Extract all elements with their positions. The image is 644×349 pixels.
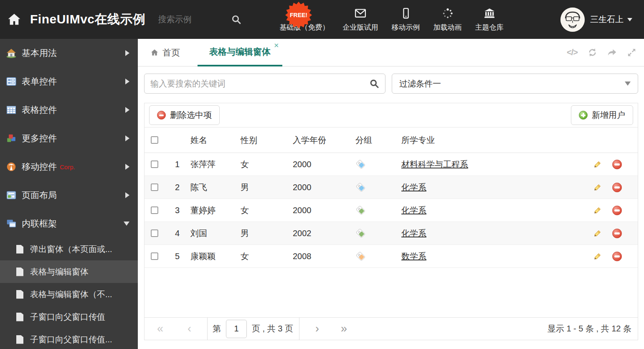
bank-icon <box>483 7 496 20</box>
cell-year: 2000 <box>289 160 351 169</box>
row-checkbox[interactable] <box>151 229 158 237</box>
table-row: 3 董婷婷 女 2000 化学系 <box>145 199 638 222</box>
filter-dropdown[interactable]: 过滤条件一 <box>392 74 638 94</box>
file-icon <box>16 290 23 299</box>
edit-icon[interactable] <box>593 206 602 215</box>
refresh-icon[interactable] <box>588 48 597 57</box>
menu-item-mobile-demo[interactable]: 移动示例 <box>392 7 420 32</box>
row-checkbox[interactable] <box>151 206 158 214</box>
delete-icon[interactable] <box>612 160 622 169</box>
delete-selected-button[interactable]: 删除选中项 <box>149 105 220 125</box>
chevron-right-icon <box>125 107 129 113</box>
search-icon[interactable] <box>369 79 379 89</box>
sidebar-item-label: 表单控件 <box>22 76 57 87</box>
cell-gender: 女 <box>236 251 289 262</box>
sidebar-subitem-label: 子窗口向父窗口传值 <box>30 311 105 323</box>
tag-icon <box>356 205 365 215</box>
edit-icon[interactable] <box>593 229 602 238</box>
edit-icon[interactable] <box>593 252 602 261</box>
row-checkbox[interactable] <box>151 160 158 168</box>
home-icon[interactable] <box>7 12 22 27</box>
avatar <box>560 8 585 32</box>
major-link[interactable]: 化学系 <box>401 229 426 238</box>
row-checkbox-cell <box>145 183 167 191</box>
delete-icon[interactable] <box>612 229 622 238</box>
search-icon[interactable] <box>231 14 241 25</box>
menu-item-label: 企业版试用 <box>343 23 378 32</box>
sidebar-item-grid-controls[interactable]: 表格控件 <box>0 96 138 124</box>
edit-icon[interactable] <box>593 160 602 169</box>
select-all-checkbox[interactable] <box>151 136 158 144</box>
source-code-icon[interactable]: </> <box>567 48 578 57</box>
layout-icon <box>6 190 17 201</box>
sidebar-item-more-controls[interactable]: 更多控件 <box>0 124 138 153</box>
expand-icon[interactable] <box>627 48 636 57</box>
major-link[interactable]: 数学系 <box>401 252 426 261</box>
row-checkbox-cell <box>145 206 167 214</box>
header-group[interactable]: 分组 <box>351 135 397 146</box>
cell-name: 康颖颖 <box>186 251 236 262</box>
menu-item-loading-animation[interactable]: 加载动画 <box>434 7 462 32</box>
major-link[interactable]: 化学系 <box>401 206 426 215</box>
major-link[interactable]: 材料科学与工程系 <box>401 160 468 169</box>
sidebar-item-page-layout[interactable]: 页面布局 <box>0 181 138 209</box>
sidebar-subitem-child-to-parent-alt[interactable]: 子窗口向父窗口传值... <box>0 328 138 349</box>
share-icon[interactable] <box>607 48 617 57</box>
tab-actions: </> <box>567 39 636 66</box>
tab-label: 表格与编辑窗体 <box>209 46 271 58</box>
tab-home[interactable]: 首页 <box>150 39 180 66</box>
first-page-button[interactable]: « <box>157 323 163 334</box>
tab-bar: 首页 表格与编辑窗体 ✕ </> <box>138 39 644 66</box>
sidebar-item-form-controls[interactable]: 表单控件 <box>0 67 138 96</box>
plus-circle-icon <box>579 111 588 120</box>
close-icon[interactable]: ✕ <box>274 42 279 49</box>
form-icon <box>6 76 17 87</box>
chevron-down-icon <box>124 222 129 226</box>
delete-icon[interactable] <box>612 206 622 215</box>
cell-group <box>351 161 397 167</box>
cell-year: 2002 <box>289 229 351 238</box>
next-page-button[interactable]: › <box>315 323 319 334</box>
grid-empty-space <box>145 268 638 317</box>
menu-item-enterprise-trial[interactable]: 企业版试用 <box>343 7 378 32</box>
top-header: FineUIMvc在线示例 FREE! 基础版（免费） 企业版试用 移动示例 加… <box>0 0 644 39</box>
row-checkbox[interactable] <box>151 183 158 191</box>
sidebar-subitem-popup-window[interactable]: 弹出窗体（本页面或... <box>0 238 138 260</box>
sidebar-item-inline-frame[interactable]: 内联框架 <box>0 209 138 238</box>
tag-icon <box>356 251 365 261</box>
delete-icon[interactable] <box>612 252 622 261</box>
last-page-button[interactable]: » <box>341 323 347 334</box>
keyword-search-input[interactable] <box>150 79 369 89</box>
delete-icon[interactable] <box>612 183 622 192</box>
header-search-input[interactable] <box>158 15 225 24</box>
cell-actions <box>583 252 638 261</box>
sidebar-item-label: 基本用法 <box>22 47 57 59</box>
major-link[interactable]: 化学系 <box>401 183 426 192</box>
sidebar: 基本用法 表单控件 表格控件 更多控件 移动控件 Corp. <box>0 39 138 349</box>
edit-icon[interactable] <box>593 183 602 192</box>
tag-icon <box>356 228 365 238</box>
sidebar-item-mobile-controls[interactable]: 移动控件 Corp. <box>0 153 138 181</box>
header-gender[interactable]: 性别 <box>236 135 289 146</box>
home-icon <box>150 48 159 57</box>
sidebar-subitem-grid-edit-window[interactable]: 表格与编辑窗体 <box>0 260 138 283</box>
page-number-input[interactable] <box>226 320 247 338</box>
prev-page-button[interactable]: ‹ <box>188 323 191 334</box>
menu-item-theme-repo[interactable]: 主题仓库 <box>475 7 504 32</box>
row-checkbox-cell <box>145 160 167 168</box>
tab-grid-edit-window[interactable]: 表格与编辑窗体 ✕ <box>198 39 282 66</box>
avatar-face <box>560 8 585 32</box>
header-name[interactable]: 姓名 <box>186 135 236 146</box>
keyword-search-box <box>144 74 385 94</box>
tag-icon <box>356 182 365 192</box>
user-menu[interactable]: 三生石上 <box>560 8 632 32</box>
row-checkbox[interactable] <box>151 252 158 260</box>
header-major[interactable]: 所学专业 <box>397 135 583 146</box>
sidebar-item-basic-usage[interactable]: 基本用法 <box>0 39 138 67</box>
cell-major: 数学系 <box>397 251 583 262</box>
header-year[interactable]: 入学年份 <box>289 135 351 146</box>
sidebar-subitem-child-to-parent[interactable]: 子窗口向父窗口传值 <box>0 306 138 328</box>
record-summary: 显示 1 - 5 条 , 共 12 条 <box>548 323 631 334</box>
sidebar-subitem-grid-edit-window-alt[interactable]: 表格与编辑窗体（不... <box>0 283 138 306</box>
add-user-button[interactable]: 新增用户 <box>571 105 633 125</box>
